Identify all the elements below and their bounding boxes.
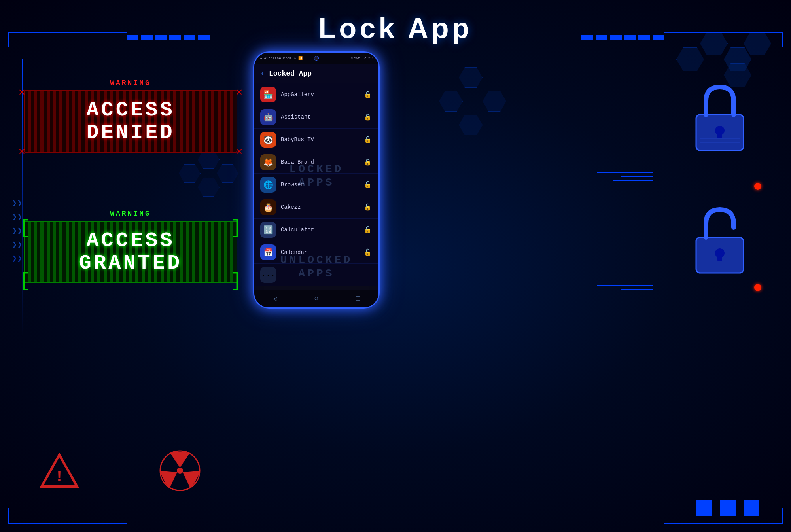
access-granted-text: ACCESS GRANTED xyxy=(40,229,221,275)
warning-denied-label: WARNING xyxy=(24,79,237,87)
access-denied-box: ✕ ✕ ✕ ✕ ACCESS DENIED xyxy=(24,90,237,153)
assistant-name: Assistant xyxy=(281,114,358,120)
access-granted-box: [ ] [ ] ACCESS GRANTED xyxy=(24,221,237,283)
bottom-dots xyxy=(696,500,759,516)
camera-dot xyxy=(314,56,319,61)
browser-name: Browser xyxy=(281,182,358,188)
calculator-name: Calculator xyxy=(281,227,358,233)
app-gallery-icon: 🏪 xyxy=(260,87,276,102)
assistant-lock-icon[interactable]: 🔒 xyxy=(363,112,373,122)
radiation-icon xyxy=(158,449,202,492)
browser-icon: 🌐 xyxy=(260,177,276,193)
lock-locked-icon[interactable]: 🔒 xyxy=(363,90,373,99)
bada-lock-icon[interactable]: 🔒 xyxy=(363,157,373,167)
top-dashes-left xyxy=(127,35,210,40)
babybus-icon: 🐼 xyxy=(260,132,276,148)
calendar-name: Calendar xyxy=(281,249,358,256)
top-dashes-right xyxy=(581,35,664,40)
svg-rect-11 xyxy=(717,253,722,261)
calendar-icon: 📅 xyxy=(260,244,276,260)
circuit-line-6 xyxy=(613,293,653,293)
babybus-name: BabyBus TV xyxy=(281,136,358,143)
list-item[interactable]: 🦊 Bada Brand 🔒 xyxy=(254,151,378,174)
circuit-line-2 xyxy=(621,176,653,177)
phone-mockup: ✈ Airplane mode ✈ 📶 100%+ 12:09 ‹ Locked… xyxy=(253,51,380,309)
svg-rect-6 xyxy=(717,131,722,138)
access-granted-section: WARNING [ ] [ ] ACCESS GRANTED xyxy=(24,210,237,283)
page-title: Lock App xyxy=(318,12,472,44)
nav-bar: ◁ ○ □ xyxy=(254,290,378,307)
warning-granted-label: WARNING xyxy=(24,210,237,218)
browser-lock-icon[interactable]: 🔓 xyxy=(363,180,373,189)
calculator-lock-icon[interactable]: 🔓 xyxy=(363,225,373,235)
list-item[interactable]: 🤖 Assistant 🔒 xyxy=(254,106,378,129)
more-lock-icon xyxy=(363,270,373,280)
app-gallery-name: AppGallery xyxy=(281,91,358,98)
cakezz-lock-icon[interactable]: 🔓 xyxy=(363,203,373,212)
warning-triangle-icon: ! xyxy=(40,453,79,488)
icons-row: ! xyxy=(40,449,202,492)
cakezz-name: Cakezz xyxy=(281,204,358,210)
svg-point-3 xyxy=(177,468,183,474)
assistant-icon: 🤖 xyxy=(260,109,276,125)
bada-name: Bada Brand xyxy=(281,159,358,165)
list-item[interactable]: 🐼 BabyBus TV 🔒 xyxy=(254,129,378,151)
back-button[interactable]: ‹ xyxy=(260,69,265,78)
status-left-text: Airplane mode ✈ 📶 xyxy=(264,56,302,61)
red-dot-unlocked xyxy=(754,284,761,291)
bada-icon: 🦊 xyxy=(260,154,276,170)
nav-home-button[interactable]: ○ xyxy=(314,295,319,303)
more-icon: ··· xyxy=(260,267,276,283)
svg-text:!: ! xyxy=(55,468,64,486)
calculator-icon: 🔢 xyxy=(260,222,276,238)
locked-padlock-icon xyxy=(688,79,751,158)
status-right: 100%+ 12:09 xyxy=(349,56,373,60)
list-item[interactable]: ··· xyxy=(254,264,378,286)
circuit-line-4 xyxy=(597,285,653,286)
access-denied-section: WARNING ✕ ✕ ✕ ✕ ACCESS DENIED xyxy=(24,79,237,153)
babybus-lock-icon[interactable]: 🔒 xyxy=(363,135,373,144)
list-item[interactable]: 🌐 Browser 🔓 xyxy=(254,174,378,196)
app-header: ‹ Locked App ⋮ xyxy=(254,64,378,83)
list-item[interactable]: 🏪 AppGallery 🔒 xyxy=(254,83,378,106)
app-header-title: Locked App xyxy=(269,70,361,78)
corner-tl xyxy=(8,32,127,47)
unlocked-padlock-icon xyxy=(688,202,751,281)
access-denied-text: ACCESS DENIED xyxy=(40,99,221,144)
cakezz-icon: 🎂 xyxy=(260,199,276,215)
circuit-line-1 xyxy=(597,172,653,173)
red-dot-locked xyxy=(754,183,761,190)
menu-button[interactable]: ⋮ xyxy=(365,69,373,78)
corner-tr xyxy=(664,32,783,47)
list-item[interactable]: 🔢 Calculator 🔓 xyxy=(254,219,378,241)
airplane-icon: ✈ xyxy=(260,56,262,61)
circuit-line-3 xyxy=(613,180,653,181)
status-left: ✈ Airplane mode ✈ 📶 xyxy=(260,56,303,61)
phone-frame: ✈ Airplane mode ✈ 📶 100%+ 12:09 ‹ Locked… xyxy=(253,51,380,309)
app-list-container: LOCKED APPS UNLOCKED APPS 🏪 AppGallery 🔒… xyxy=(254,83,378,286)
circuit-line-5 xyxy=(621,289,653,290)
list-item[interactable]: 🎂 Cakezz 🔓 xyxy=(254,196,378,219)
nav-recent-button[interactable]: □ xyxy=(356,295,360,303)
list-item[interactable]: 📅 Calendar 🔓 xyxy=(254,241,378,264)
nav-back-button[interactable]: ◁ xyxy=(273,294,277,303)
calendar-lock-icon[interactable]: 🔓 xyxy=(363,248,373,257)
corner-bl xyxy=(8,508,127,524)
